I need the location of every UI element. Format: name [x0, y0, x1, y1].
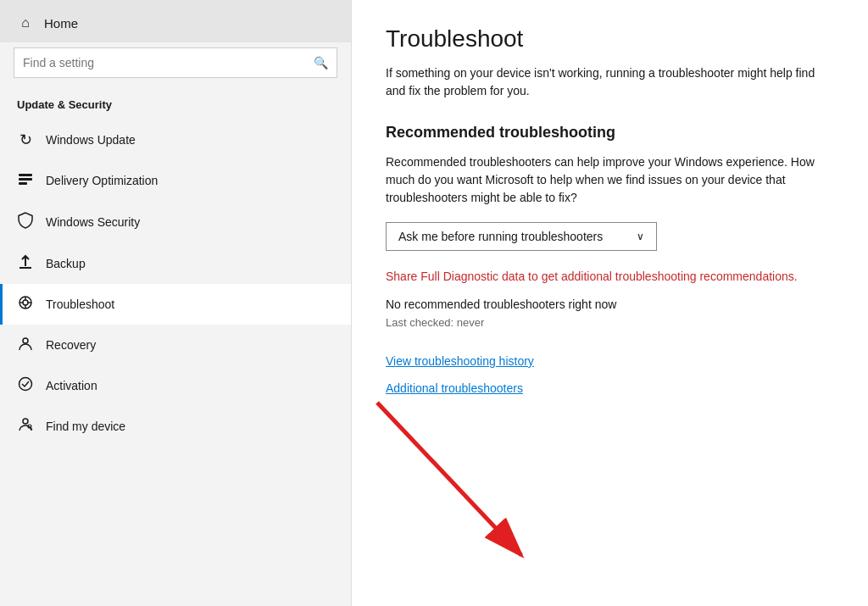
svg-rect-0 [19, 174, 32, 176]
home-icon: ⌂ [17, 15, 34, 31]
sidebar-item-troubleshoot[interactable]: Troubleshoot [0, 284, 351, 325]
windows-security-icon [17, 212, 34, 232]
delivery-optimization-icon [17, 171, 34, 190]
svg-point-12 [19, 378, 32, 391]
sidebar-item-recovery[interactable]: Recovery [0, 325, 351, 365]
sidebar-item-label: Windows Security [46, 215, 140, 229]
search-box-container: 🔍 [0, 42, 351, 90]
sidebar-item-label: Activation [46, 379, 97, 392]
dropdown-label: Ask me before running troubleshooters [398, 230, 603, 243]
search-input[interactable] [23, 56, 314, 69]
recommended-section-title: Recommended troubleshooting [386, 124, 834, 142]
last-checked-text: Last checked: never [386, 316, 834, 329]
page-title: Troubleshoot [386, 25, 834, 53]
sidebar-item-windows-update[interactable]: ↻ Windows Update [0, 120, 351, 160]
recommended-section-description: Recommended troubleshooters can help imp… [386, 153, 834, 207]
svg-point-13 [23, 419, 28, 424]
sidebar-item-label: Windows Update [46, 133, 136, 147]
activation-icon [17, 376, 34, 395]
sidebar: ⌂ Home 🔍 Update & Security ↻ Windows Upd… [0, 0, 352, 606]
diagnostic-link[interactable]: Share Full Diagnostic data to get additi… [386, 268, 826, 286]
additional-troubleshooters-link[interactable]: Additional troubleshooters [386, 381, 834, 395]
svg-point-11 [23, 338, 28, 343]
view-history-link[interactable]: View troubleshooting history [386, 354, 834, 368]
sidebar-item-windows-security[interactable]: Windows Security [0, 201, 351, 243]
search-icon: 🔍 [314, 56, 328, 69]
sidebar-item-backup[interactable]: Backup [0, 243, 351, 284]
sidebar-item-label: Troubleshoot [46, 297, 114, 311]
svg-point-6 [23, 300, 28, 305]
backup-icon [17, 254, 34, 273]
main-content: Troubleshoot If something on your device… [352, 0, 868, 434]
search-box[interactable]: 🔍 [14, 47, 337, 78]
sidebar-item-delivery-optimization[interactable]: Delivery Optimization [0, 160, 351, 201]
sidebar-item-label: Find my device [46, 420, 125, 433]
svg-rect-2 [19, 182, 27, 185]
windows-update-icon: ↻ [17, 131, 34, 149]
home-nav-item[interactable]: ⌂ Home [0, 0, 351, 42]
no-troubleshooters-text: No recommended troubleshooters right now [386, 297, 834, 311]
section-title: Update & Security [0, 90, 351, 120]
main-wrapper: Troubleshoot If something on your device… [352, 0, 868, 606]
recovery-icon [17, 336, 34, 354]
troubleshoot-icon [17, 295, 34, 314]
sidebar-item-find-my-device[interactable]: Find my device [0, 406, 351, 447]
sidebar-item-label: Delivery Optimization [46, 174, 158, 187]
page-description: If something on your device isn't workin… [386, 64, 826, 100]
svg-rect-1 [19, 178, 32, 181]
sidebar-nav: ↻ Windows Update Delivery Optimization W… [0, 120, 351, 447]
find-my-device-icon [17, 417, 34, 436]
chevron-down-icon: ∨ [637, 231, 644, 242]
sidebar-item-activation[interactable]: Activation [0, 365, 351, 406]
troubleshooter-dropdown[interactable]: Ask me before running troubleshooters ∨ [386, 222, 657, 251]
sidebar-item-label: Recovery [46, 338, 96, 352]
home-label: Home [44, 16, 78, 31]
sidebar-item-label: Backup [46, 257, 86, 270]
